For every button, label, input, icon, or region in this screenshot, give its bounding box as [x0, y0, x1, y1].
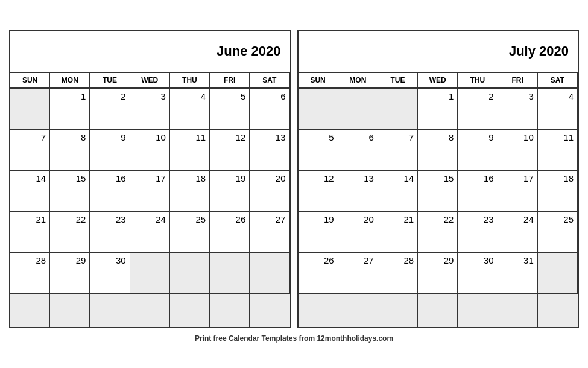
- july-header-wed: WED: [418, 73, 458, 89]
- july-cell-r1c5: 10: [498, 130, 538, 171]
- june-header-sun: SUN: [10, 73, 50, 89]
- july-cell-r1c6: 11: [538, 130, 578, 171]
- june-cell-r5c2: [90, 294, 130, 327]
- july-cell-r0c3: 1: [418, 89, 458, 130]
- june-cell-r5c3: [130, 294, 170, 327]
- june-cell-r0c1: 1: [50, 89, 90, 130]
- july-cell-r4c5: 31: [498, 253, 538, 294]
- june-cell-r0c3: 3: [130, 89, 170, 130]
- june-cell-r4c4: [170, 253, 210, 294]
- june-cell-r3c6: 27: [250, 212, 289, 253]
- june-header-mon: MON: [50, 73, 90, 89]
- july-cell-r5c1: [338, 294, 378, 327]
- june-calendar: June 2020 SUN MON TUE WED THU FRI SAT 1 …: [9, 30, 291, 328]
- july-grid: SUN MON TUE WED THU FRI SAT 1 2 3 4 5 6 …: [299, 73, 578, 327]
- june-cell-r3c3: 24: [130, 212, 170, 253]
- july-calendar: July 2020 SUN MON TUE WED THU FRI SAT 1 …: [297, 30, 580, 328]
- july-cell-r5c4: [458, 294, 498, 327]
- june-cell-r0c5: 5: [210, 89, 250, 130]
- june-cell-r5c4: [170, 294, 210, 327]
- june-cell-r2c1: 15: [50, 171, 90, 212]
- june-cell-r1c2: 9: [90, 130, 130, 171]
- july-cell-r2c2: 14: [378, 171, 418, 212]
- june-cell-r1c3: 10: [130, 130, 170, 171]
- june-cell-r2c0: 14: [10, 171, 50, 212]
- footer-text: Print free Calendar Templates from: [195, 334, 317, 343]
- june-cell-r5c6: [250, 294, 289, 327]
- july-cell-r1c3: 8: [418, 130, 458, 171]
- june-cell-r1c1: 8: [50, 130, 90, 171]
- july-cell-r5c0: [299, 294, 338, 327]
- july-cell-r0c5: 3: [498, 89, 538, 130]
- june-cell-r3c2: 23: [90, 212, 130, 253]
- july-cell-r3c2: 21: [378, 212, 418, 253]
- july-cell-r5c2: [378, 294, 418, 327]
- june-cell-r3c0: 21: [10, 212, 50, 253]
- july-header-sat: SAT: [538, 73, 578, 89]
- july-cell-r4c2: 28: [378, 253, 418, 294]
- june-grid: SUN MON TUE WED THU FRI SAT 1 2 3 4 5 6 …: [10, 73, 290, 327]
- july-cell-r2c4: 16: [458, 171, 498, 212]
- july-header-tue: TUE: [378, 73, 418, 89]
- july-cell-r1c4: 9: [458, 130, 498, 171]
- july-cell-r0c6: 4: [538, 89, 578, 130]
- july-cell-r3c4: 23: [458, 212, 498, 253]
- june-cell-r5c5: [210, 294, 250, 327]
- june-cell-r4c0: 28: [10, 253, 50, 294]
- june-cell-r1c5: 12: [210, 130, 250, 171]
- june-cell-r2c6: 20: [250, 171, 289, 212]
- july-cell-r2c5: 17: [498, 171, 538, 212]
- july-cell-r1c0: 5: [299, 130, 338, 171]
- june-header-sat: SAT: [250, 73, 289, 89]
- july-cell-r4c4: 30: [458, 253, 498, 294]
- july-cell-r3c6: 25: [538, 212, 578, 253]
- july-cell-r2c3: 15: [418, 171, 458, 212]
- june-cell-r4c3: [130, 253, 170, 294]
- july-cell-r1c2: 7: [378, 130, 418, 171]
- june-cell-r3c1: 22: [50, 212, 90, 253]
- june-header-fri: FRI: [210, 73, 250, 89]
- july-cell-r4c3: 29: [418, 253, 458, 294]
- july-cell-r2c1: 13: [338, 171, 378, 212]
- july-cell-r3c3: 22: [418, 212, 458, 253]
- july-cell-r1c1: 6: [338, 130, 378, 171]
- july-cell-r2c6: 18: [538, 171, 578, 212]
- july-cell-r5c5: [498, 294, 538, 327]
- june-cell-r4c6: [250, 253, 289, 294]
- july-cell-r5c3: [418, 294, 458, 327]
- june-title: June 2020: [10, 31, 290, 73]
- footer: Print free Calendar Templates from 12mon…: [0, 331, 588, 344]
- july-cell-r0c2: [378, 89, 418, 130]
- july-cell-r2c0: 12: [299, 171, 338, 212]
- july-cell-r0c4: 2: [458, 89, 498, 130]
- july-title: July 2020: [299, 31, 578, 73]
- june-cell-r2c2: 16: [90, 171, 130, 212]
- july-cell-r3c1: 20: [338, 212, 378, 253]
- july-cell-r0c0: [299, 89, 338, 130]
- june-cell-r5c1: [50, 294, 90, 327]
- footer-site: 12monthholidays.com: [317, 334, 393, 343]
- july-cell-r4c1: 27: [338, 253, 378, 294]
- calendars-container: June 2020 SUN MON TUE WED THU FRI SAT 1 …: [0, 24, 588, 331]
- june-cell-r0c2: 2: [90, 89, 130, 130]
- june-cell-r2c4: 18: [170, 171, 210, 212]
- june-cell-r0c0: [10, 89, 50, 130]
- june-cell-r4c1: 29: [50, 253, 90, 294]
- june-cell-r0c4: 4: [170, 89, 210, 130]
- june-cell-r3c5: 26: [210, 212, 250, 253]
- june-cell-r5c0: [10, 294, 50, 327]
- july-header-sun: SUN: [299, 73, 338, 89]
- july-header-fri: FRI: [498, 73, 538, 89]
- june-cell-r4c2: 30: [90, 253, 130, 294]
- july-header-mon: MON: [338, 73, 378, 89]
- june-cell-r2c3: 17: [130, 171, 170, 212]
- june-cell-r1c0: 7: [10, 130, 50, 171]
- june-cell-r0c6: 6: [250, 89, 289, 130]
- june-cell-r3c4: 25: [170, 212, 210, 253]
- july-header-thu: THU: [458, 73, 498, 89]
- june-cell-r1c6: 13: [250, 130, 289, 171]
- june-header-wed: WED: [130, 73, 170, 89]
- july-cell-r4c6: [538, 253, 578, 294]
- july-cell-r5c6: [538, 294, 578, 327]
- july-cell-r0c1: [338, 89, 378, 130]
